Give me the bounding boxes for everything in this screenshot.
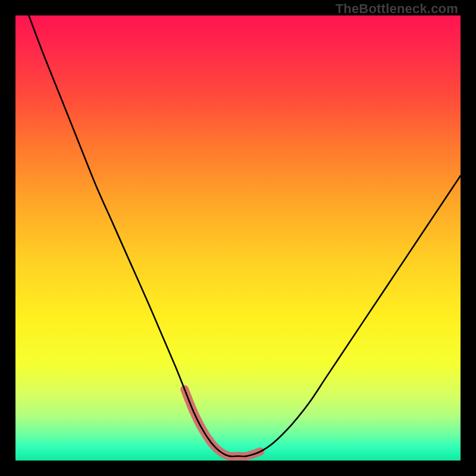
bottleneck-curve [29, 15, 461, 456]
plot-area [15, 15, 461, 461]
curve-layer [15, 15, 461, 461]
watermark-text: TheBottleneck.com [336, 1, 458, 17]
highlight-segment [184, 389, 260, 456]
chart-frame: TheBottleneck.com [0, 0, 476, 476]
